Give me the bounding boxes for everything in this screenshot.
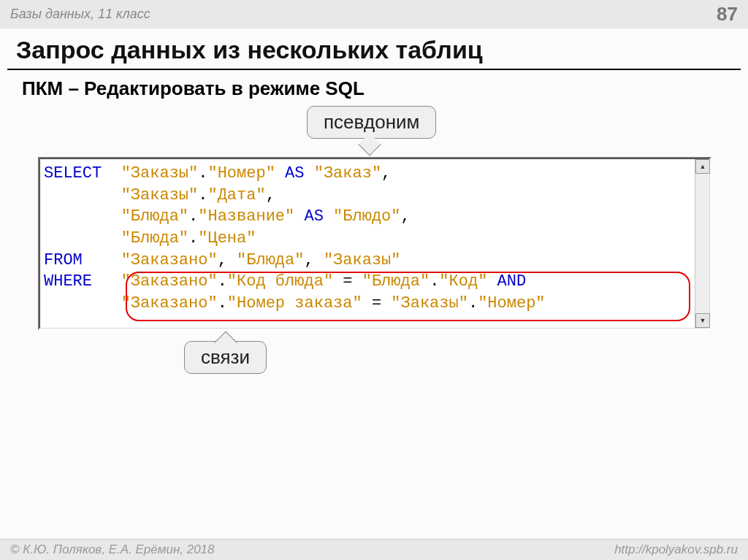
slide-header: Базы данных, 11 класс 87: [0, 0, 748, 28]
copyright-text: © К.Ю. Поляков, Е.А. Ерёмин, 2018: [10, 542, 215, 557]
sql-editor: SELECT "Заказы"."Номер" AS "Заказ", "Зак…: [38, 157, 711, 330]
vertical-scrollbar[interactable]: ▲ ▼: [695, 159, 709, 328]
page-number: 87: [717, 3, 738, 26]
slide-footer: © К.Ю. Поляков, Е.А. Ерёмин, 2018 http:/…: [0, 539, 748, 560]
slide-title: Запрос данных из нескольких таблиц: [0, 28, 748, 69]
footer-url: http://kpolyakov.spb.ru: [614, 542, 738, 557]
select-keyword: SELECT: [44, 164, 102, 183]
scroll-up-icon[interactable]: ▲: [695, 159, 710, 174]
sql-content: SELECT "Заказы"."Номер" AS "Заказ", "Зак…: [39, 158, 710, 319]
where-keyword: WHERE: [44, 272, 92, 291]
from-keyword: FROM: [44, 251, 83, 269]
course-label: Базы данных, 11 класс: [10, 7, 150, 22]
scroll-down-icon[interactable]: ▼: [695, 313, 710, 328]
callout-pseudonym: псевдоним: [307, 106, 436, 139]
subtitle: ПКМ – Редактировать в режиме SQL: [0, 70, 748, 100]
